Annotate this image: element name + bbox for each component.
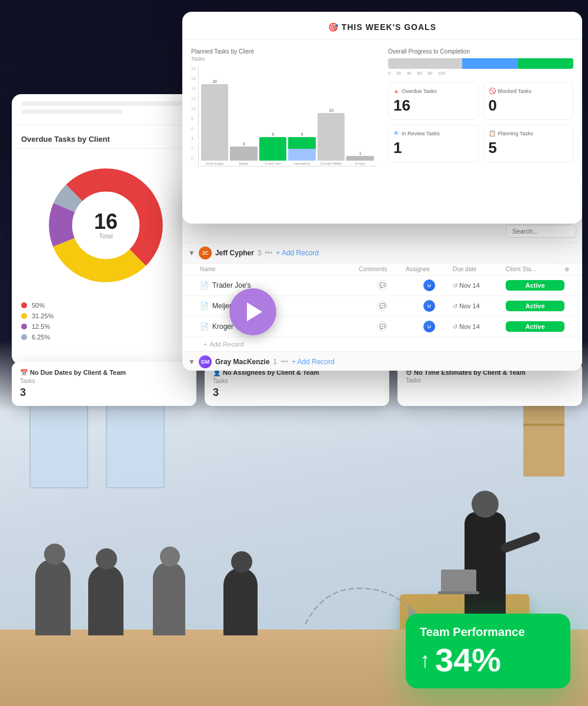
progress-segment-green [518,58,574,69]
stat-planning-value: 5 [489,139,569,157]
donut-title: Overdue Tasks by Client [12,125,200,149]
assignee-avatar-2: U [423,300,435,312]
progress-section: Overall Progress to Completion 0 20 40 6… [388,48,573,75]
bar-giant-eagle: 16 Giant Eagle [201,79,229,166]
comment-bubble-1[interactable]: 💬 [377,280,387,291]
stat-planning: 📋 Planning Tasks 5 [483,125,574,162]
task-search-input[interactable] [506,225,576,238]
team-performance-card: Team Performance ↑ 34% [406,614,570,688]
legend-item-gray: 6.25% [21,334,191,341]
status-badge-2: Active [506,301,564,311]
gray-count: 1 [273,358,278,366]
donut-total-number: 16 [94,211,118,232]
goals-card: 🎯 THIS WEEK'S GOALS Planned Tasks by Cli… [182,12,582,224]
legend-dot-yellow [21,313,27,319]
jeff-ellipsis: ••• [265,249,273,257]
task-name-kroger: 📄 Kroger [200,322,359,331]
task-assignee-3: U [406,321,453,332]
task-doc-icon: 📄 [200,281,209,289]
stat-overdue-value: 16 [393,96,473,115]
task-doc-icon-3: 📄 [200,322,209,331]
col-assignee: Assignee [406,266,453,272]
task-comment-2: 💬 [359,301,406,311]
task-name-meijer: 📄 Meijer [200,302,359,310]
team-perf-arrow-icon: ↑ [420,648,430,672]
task-date-2: ↺ Nov 14 [453,302,506,309]
play-triangle-icon [247,302,262,321]
status-badge-3: Active [506,321,564,332]
play-button[interactable] [229,288,276,335]
dashed-circle-arrow [294,577,423,647]
bar-dunder-mifflin: 10 Dunder Mifflin [318,108,345,166]
gray-avatar: GM [199,355,212,368]
jeff-name: Jeff Cypher [215,249,254,257]
donut-center: 16 Total [94,211,118,239]
donut-legend: 50% 31.25% 12.5% 6.25% [12,302,200,350]
progress-segment-gray [388,58,462,69]
jeff-avatar: JC [199,247,212,259]
recycle-icon-2: ↺ [453,303,457,309]
legend-dot-purple [21,324,27,329]
collapse-arrow-gray[interactable]: ▼ [188,358,195,366]
recycle-icon-3: ↺ [453,324,457,330]
progress-segment-blue [462,58,518,69]
task-comment-3: 💬 [359,321,406,332]
task-comment-1: 💬 [359,280,406,291]
comment-bubble-3[interactable]: 💬 [377,321,387,332]
task-name-label-2: Meijer [212,302,232,310]
legend-item-purple: 12.5% [21,323,191,330]
task-date-label-1: Nov 14 [459,282,480,289]
assignee-section-gray: ▼ GM Gray MacKenzie 1 ••• + Add Record N… [182,352,582,371]
stat-in-review: 👁 In Review Tasks 1 [388,125,479,162]
bar-chart-subtitle: Tasks [191,56,376,62]
task-date-3: ↺ Nov 14 [453,323,506,330]
comment-bubble-2[interactable]: 💬 [377,301,387,311]
assignee-avatar-1: U [423,279,435,291]
add-record-row[interactable]: + Add Record [182,337,582,351]
progress-title: Overall Progress to Completion [388,48,573,55]
legend-dot-red [21,302,27,308]
bar-empty: 1 Empty [346,151,374,166]
add-record-label: Add Record [209,341,243,348]
jeff-header: ▼ JC Jeff Cypher 3 ••• + Add Record [182,243,582,264]
team-perf-percentage: 34% [435,644,501,677]
stat-in-review-value: 1 [393,139,473,157]
donut-chart-card: Overdue Tasks by Client 16 Total 50% 31.… [12,94,200,365]
assignee-avatar-3: U [423,321,435,332]
task-assignee-1: U [406,279,453,291]
col-due-date: Due date [453,266,506,272]
team-perf-title: Team Performance [420,625,556,639]
col-plus[interactable]: ⊕ [564,266,576,272]
donut-chart-container: 16 Total [12,149,200,302]
legend-item-yellow: 31.25% [21,312,191,319]
team-perf-value: ↑ 34% [420,644,556,677]
task-assignee-2: U [406,300,453,312]
gray-name: Gray MacKenzie [215,358,270,366]
task-doc-icon-2: 📄 [200,302,209,310]
y-axis-labels: 18 16 14 12 10 8 6 4 2 0 [191,66,198,166]
col-comments: Comments [359,266,406,272]
task-name-label: Trader Joe's [212,281,251,289]
no-assignees-sub: Tasks [213,378,381,384]
task-date-label-2: Nov 14 [459,302,480,309]
task-date-1: ↺ Nov 14 [453,282,506,289]
col-name: Name [200,266,359,272]
bar-chart-section: Planned Tasks by Client Tasks 18 16 14 1… [188,45,379,216]
gray-add-record[interactable]: + Add Record [292,358,335,366]
stat-blocked: 🚫 Blocked Tasks 0 [483,82,574,120]
gray-ellipsis: ••• [280,358,288,366]
task-name-traders: 📄 Trader Joe's [200,281,359,289]
no-due-dates-title: 📅 No Due Dates by Client & Team [20,369,188,377]
bottom-card-due-dates: 📅 No Due Dates by Client & Team Tasks 3 [12,362,196,406]
no-due-dates-sub: Tasks [20,378,188,384]
jeff-add-record[interactable]: + Add Record [276,249,319,257]
recycle-icon-1: ↺ [453,282,457,289]
jeff-count: 3 [258,249,262,257]
collapse-arrow-jeff[interactable]: ▼ [188,249,195,257]
goals-title: 🎯 THIS WEEK'S GOALS [182,12,582,39]
gray-header: ▼ GM Gray MacKenzie 1 ••• + Add Record [182,352,582,371]
status-badge-1: Active [506,280,564,291]
legend-item-red: 50% [21,302,191,309]
col-headers-jeff: Name Comments Assignee Due date Client S… [182,264,582,275]
task-name-label-3: Kroger [212,322,233,331]
